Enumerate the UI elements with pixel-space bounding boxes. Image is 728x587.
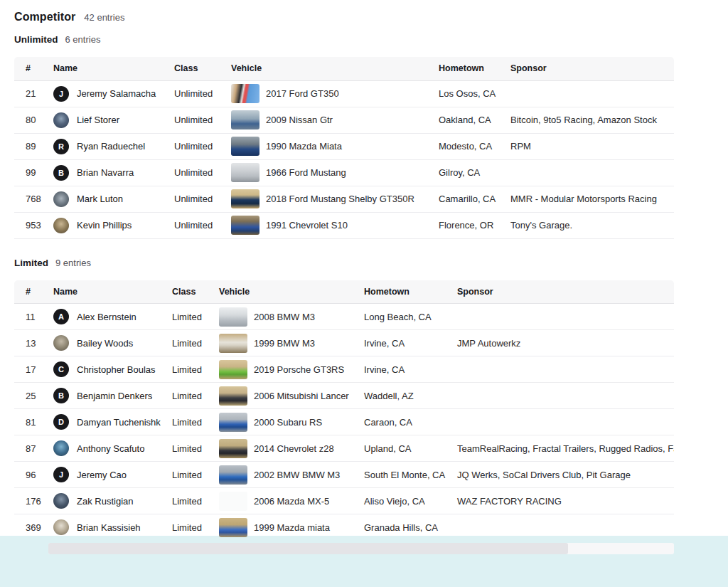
competitor-name: Brian Kassisieh	[77, 522, 141, 533]
hometown-cell: Long Beach, CA	[353, 304, 446, 330]
vehicle-photo	[219, 334, 247, 353]
column-header-vehicle[interactable]: Vehicle	[220, 57, 427, 80]
avatar	[53, 112, 69, 128]
sponsor-cell	[499, 80, 674, 107]
table-row[interactable]: 13 Bailey Woods Limited 1999 BMW M3 Irvi…	[14, 330, 674, 356]
vehicle-name: 2009 Nissan Gtr	[266, 115, 333, 125]
section-header-limited: Limited 9 entries	[14, 258, 714, 270]
competitor-number: 80	[14, 107, 42, 133]
vehicle-photo	[219, 386, 247, 406]
competitor-name: Alex Bernstein	[77, 312, 136, 322]
table-row[interactable]: 81 D Damyan Tuchenishki Limited 2000 Sub…	[14, 409, 674, 435]
avatar: A	[53, 309, 69, 324]
horizontal-scrollbar[interactable]	[48, 543, 674, 554]
competitor-name: Zak Rustigian	[77, 496, 133, 507]
table-row[interactable]: 953 Kevin Phillips Unlimited 1991 Chevro…	[14, 212, 674, 238]
avatar	[53, 493, 69, 509]
competitor-number: 81	[14, 409, 42, 435]
competitor-name: Ryan Raduechel	[77, 141, 145, 152]
page-header: Competitor 42 entries	[14, 0, 714, 15]
avatar	[53, 440, 69, 456]
column-header-hometown[interactable]: Hometown	[353, 280, 446, 304]
table-row[interactable]: 176 Zak Rustigian Limited 2006 Mazda MX-…	[14, 488, 674, 514]
table-header-row: # Name Class Vehicle Hometown Sponsor	[14, 57, 674, 80]
hometown-cell: Waddell, AZ	[353, 383, 446, 409]
competitor-number: 89	[14, 133, 42, 159]
table-row[interactable]: 25 B Benjamin Denkers Limited 2006 Mitsu…	[14, 383, 674, 409]
class-cell: Limited	[161, 488, 208, 514]
table-row[interactable]: 87 Anthony Scafuto Limited 2014 Chevrole…	[14, 435, 674, 462]
class-cell: Unlimited	[163, 133, 220, 159]
avatar	[53, 519, 69, 535]
competitor-name: Mark Luton	[77, 194, 123, 204]
class-cell: Limited	[161, 330, 208, 356]
column-header-class[interactable]: Class	[161, 280, 208, 304]
vehicle-photo	[219, 465, 247, 485]
table-row-selected[interactable]: 369 Brian Kassisieh Limited 1999 Mazda m…	[14, 514, 674, 541]
hometown-cell: South El Monte, CA	[353, 462, 446, 488]
avatar: J	[53, 86, 69, 102]
hometown-cell: Florence, OR	[427, 212, 499, 238]
page-entry-count: 42 entries	[84, 12, 124, 23]
avatar	[53, 218, 69, 233]
hometown-cell: Modesto, CA	[427, 133, 499, 159]
competitor-name: Bailey Woods	[77, 338, 133, 349]
class-cell: Limited	[161, 514, 208, 541]
table-row[interactable]: 99 B Brian Navarra Unlimited 1966 Ford M…	[14, 159, 674, 186]
hometown-cell: Granada Hills, CA	[353, 514, 446, 541]
avatar: C	[53, 361, 69, 377]
vehicle-name: 1990 Mazda Miata	[266, 141, 342, 152]
vehicle-photo	[231, 163, 259, 182]
table-row[interactable]: 11 A Alex Bernstein Limited 2008 BMW M3 …	[14, 304, 674, 330]
competitor-number: 11	[14, 304, 42, 330]
section-title: Unlimited	[14, 34, 58, 45]
vehicle-name: 1991 Chevrolet S10	[266, 220, 348, 231]
competitor-name: Damyan Tuchenishki	[77, 417, 161, 428]
table-row[interactable]: 80 Lief Storer Unlimited 2009 Nissan Gtr…	[14, 107, 674, 133]
class-cell: Limited	[161, 462, 208, 488]
avatar: R	[53, 139, 69, 154]
sponsor-cell	[446, 304, 674, 330]
competitor-name: Anthony Scafuto	[77, 443, 144, 454]
table-row[interactable]: 17 C Christopher Boulas Limited 2019 Por…	[14, 356, 674, 383]
sponsor-cell: RPM	[499, 133, 674, 159]
hometown-cell: Gilroy, CA	[427, 159, 499, 186]
column-header-sponsor[interactable]: Sponsor	[499, 57, 674, 80]
competitor-name: Jeremy Salamacha	[77, 88, 156, 99]
avatar: B	[53, 388, 69, 403]
column-header-name[interactable]: Name	[42, 280, 161, 304]
section-header-unlimited: Unlimited 6 entries	[14, 34, 714, 47]
vehicle-photo	[219, 492, 247, 511]
column-header-class[interactable]: Class	[163, 57, 220, 80]
column-header-vehicle[interactable]: Vehicle	[208, 280, 353, 304]
competitor-number: 369	[14, 514, 42, 541]
sponsor-cell: JMP Autowerkz	[446, 330, 674, 356]
vehicle-photo	[219, 518, 247, 537]
vehicle-photo	[231, 189, 259, 208]
vehicle-name: 2018 Ford Mustang Shelby GT350R	[266, 194, 414, 204]
hometown-cell: Irvine, CA	[353, 356, 446, 383]
table-row[interactable]: 768 Mark Luton Unlimited 2018 Ford Musta…	[14, 186, 674, 212]
table-row[interactable]: 89 R Ryan Raduechel Unlimited 1990 Mazda…	[14, 133, 674, 159]
column-header-hometown[interactable]: Hometown	[427, 57, 499, 80]
column-header-name[interactable]: Name	[42, 57, 163, 80]
class-cell: Unlimited	[163, 80, 220, 107]
scrollbar-thumb[interactable]	[48, 543, 568, 554]
table-row[interactable]: 96 J Jeremy Cao Limited 2002 BMW BMW M3 …	[14, 462, 674, 488]
table-row[interactable]: 21 J Jeremy Salamacha Unlimited 2017 For…	[14, 80, 674, 107]
column-header-number[interactable]: #	[14, 280, 42, 304]
class-cell: Unlimited	[163, 212, 220, 238]
vehicle-photo	[219, 439, 247, 458]
section-entry-count: 9 entries	[55, 258, 91, 268]
sponsor-cell	[446, 514, 674, 541]
competitor-number: 21	[14, 80, 42, 107]
vehicle-photo	[219, 307, 247, 327]
column-header-sponsor[interactable]: Sponsor	[446, 280, 674, 304]
column-header-number[interactable]: #	[14, 57, 42, 80]
competitor-name: Brian Navarra	[77, 167, 134, 178]
vehicle-name: 2019 Porsche GT3RS	[254, 364, 344, 375]
vehicle-name: 2008 BMW M3	[254, 312, 315, 322]
vehicle-name: 2006 Mitsubishi Lancer	[254, 391, 349, 401]
vehicle-name: 1999 BMW M3	[254, 338, 315, 349]
competitor-name: Benjamin Denkers	[77, 391, 152, 401]
